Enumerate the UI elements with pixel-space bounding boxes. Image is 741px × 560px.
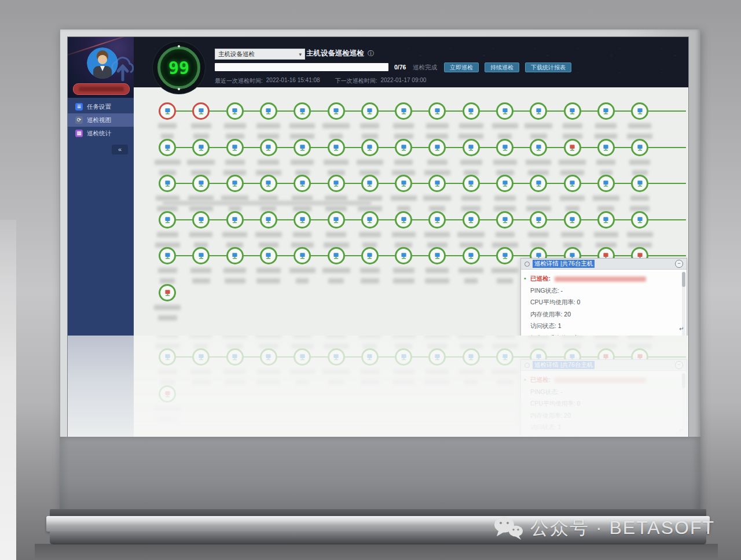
host-node[interactable] xyxy=(530,139,547,156)
host-name-redacted xyxy=(456,266,486,286)
host-node[interactable] xyxy=(631,175,648,192)
sidebar-collapse-button[interactable]: « xyxy=(112,145,128,154)
host-node[interactable] xyxy=(564,139,581,156)
host-node[interactable] xyxy=(294,139,311,156)
host-node[interactable] xyxy=(496,247,513,264)
redacted-user-badge xyxy=(73,83,130,95)
host-node[interactable] xyxy=(496,139,513,156)
host-icon xyxy=(265,108,272,115)
host-icon xyxy=(636,180,644,187)
host-node[interactable] xyxy=(260,175,277,192)
host-node[interactable] xyxy=(294,175,311,192)
host-node[interactable] xyxy=(597,139,615,156)
host-node[interactable] xyxy=(496,102,513,120)
sidebar-item-任务设置[interactable]: ≣任务设置 xyxy=(68,100,134,113)
host-node[interactable] xyxy=(192,139,210,156)
host-node[interactable] xyxy=(395,175,412,192)
host-node[interactable] xyxy=(159,102,176,120)
host-node[interactable] xyxy=(226,175,244,192)
host-node[interactable] xyxy=(428,139,446,156)
host-node[interactable] xyxy=(361,175,379,192)
progress-bar xyxy=(215,63,388,71)
host-node[interactable] xyxy=(159,139,176,156)
host-node[interactable] xyxy=(159,211,176,229)
scrollbar-thumb[interactable] xyxy=(682,272,685,287)
host-node[interactable] xyxy=(226,139,244,156)
host-node[interactable] xyxy=(463,175,480,192)
host-node[interactable] xyxy=(395,211,412,229)
host-node[interactable] xyxy=(192,211,210,229)
host-node[interactable] xyxy=(260,211,277,229)
host-node[interactable] xyxy=(294,211,311,229)
host-node[interactable] xyxy=(395,139,412,156)
host-node[interactable] xyxy=(361,211,379,229)
host-node[interactable] xyxy=(192,247,210,264)
host-node[interactable] xyxy=(428,211,446,229)
host-node[interactable] xyxy=(631,211,648,229)
host-icon xyxy=(231,180,239,187)
host-node[interactable] xyxy=(328,139,345,156)
host-node[interactable] xyxy=(597,175,615,192)
host-node[interactable] xyxy=(564,102,581,120)
popup-metric-line: CPU平均使用率: 0 xyxy=(530,299,678,307)
patrol-now-button[interactable]: 立即巡检 xyxy=(444,62,479,72)
popup-metric-line: 内存使用率: 20 xyxy=(530,311,678,319)
info-icon[interactable]: ⓘ xyxy=(368,49,374,58)
host-node[interactable] xyxy=(428,247,446,264)
host-node[interactable] xyxy=(192,175,210,192)
host-icon xyxy=(568,216,576,224)
host-node[interactable] xyxy=(226,247,244,264)
host-node[interactable] xyxy=(260,247,277,264)
host-node[interactable] xyxy=(159,284,176,301)
host-node[interactable] xyxy=(328,102,345,120)
minimize-button[interactable]: − xyxy=(675,260,683,268)
host-icon xyxy=(400,216,408,224)
host-node[interactable] xyxy=(597,211,615,229)
host-node[interactable] xyxy=(226,102,244,120)
task-select[interactable]: 主机设备巡检 ▾ xyxy=(215,49,305,60)
host-node[interactable] xyxy=(328,211,345,229)
host-node[interactable] xyxy=(159,175,176,192)
host-node[interactable] xyxy=(192,102,210,120)
host-node[interactable] xyxy=(260,102,277,120)
host-node[interactable] xyxy=(428,102,446,120)
host-node[interactable] xyxy=(463,247,480,264)
topbar-buttons: 立即巡检持续巡检下载统计报表 xyxy=(444,62,571,72)
host-node[interactable] xyxy=(564,175,581,192)
popup-header[interactable]: 巡检详情 |共76台主机 − xyxy=(521,259,687,270)
host-node[interactable] xyxy=(260,139,277,156)
host-icon xyxy=(299,252,306,260)
host-node[interactable] xyxy=(530,175,547,192)
host-node[interactable] xyxy=(530,211,547,229)
host-node[interactable] xyxy=(294,247,311,264)
host-node[interactable] xyxy=(428,175,446,192)
host-node[interactable] xyxy=(395,247,412,264)
host-node[interactable] xyxy=(530,102,547,120)
host-node[interactable] xyxy=(361,102,379,120)
host-icon xyxy=(366,216,373,224)
host-node[interactable] xyxy=(597,102,615,120)
host-node[interactable] xyxy=(328,247,345,264)
host-node[interactable] xyxy=(226,211,244,229)
host-node[interactable] xyxy=(463,139,480,156)
host-node[interactable] xyxy=(496,175,513,192)
host-node[interactable] xyxy=(631,102,648,120)
host-icon xyxy=(231,252,239,260)
sidebar-item-巡检视图[interactable]: ⟳巡检视图 xyxy=(68,113,134,127)
host-node[interactable] xyxy=(361,247,379,264)
host-node[interactable] xyxy=(463,211,480,229)
download-report-button[interactable]: 下载统计报表 xyxy=(525,62,571,72)
host-icon xyxy=(299,108,306,115)
sidebar-item-巡检统计[interactable]: ▦巡检统计 xyxy=(68,127,134,140)
host-node[interactable] xyxy=(294,102,311,120)
host-node[interactable] xyxy=(395,102,412,120)
host-node[interactable] xyxy=(463,102,480,120)
host-icon xyxy=(501,252,509,260)
host-node[interactable] xyxy=(564,211,581,229)
continuous-patrol-button[interactable]: 持续巡检 xyxy=(485,62,519,72)
host-node[interactable] xyxy=(496,211,513,229)
host-node[interactable] xyxy=(159,247,176,264)
host-node[interactable] xyxy=(631,139,648,156)
host-node[interactable] xyxy=(361,139,379,156)
host-node[interactable] xyxy=(328,175,345,192)
